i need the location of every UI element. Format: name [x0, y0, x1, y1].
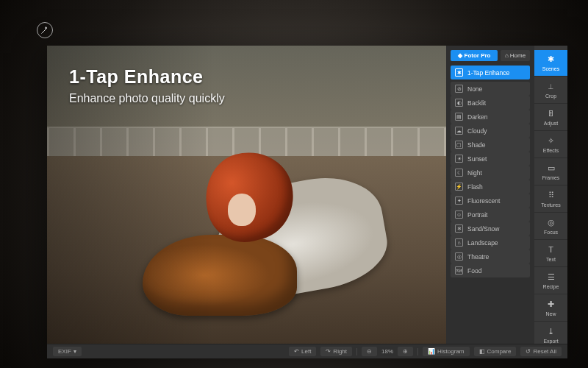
rail-focus-label: Focus [544, 230, 558, 235]
enhance-item-portrait[interactable]: ☺Portrait [451, 208, 530, 222]
rotate-left-button[interactable]: ↶ Left [289, 347, 316, 356]
enhance-item-label: Landscape [467, 239, 498, 247]
enhance-item-darken[interactable]: ▤Darken [451, 110, 530, 124]
rail-focus[interactable]: ◎Focus [534, 213, 567, 240]
compare-label: Compare [487, 348, 512, 355]
enhance-item-label: Shade [467, 141, 486, 149]
enhance-item-icon: ▤ [455, 113, 463, 121]
feature-subtitle: Enhance photo quality quickly [69, 92, 225, 105]
chevron-down-icon: ▾ [74, 348, 76, 355]
photo-canvas[interactable]: 1-Tap Enhance Enhance photo quality quic… [47, 46, 446, 344]
feature-title: 1-Tap Enhance [69, 66, 225, 88]
zoom-level: 18% [381, 348, 393, 355]
enhance-item-icon: ☁ [455, 127, 463, 135]
photo-subject-face [228, 194, 256, 226]
histogram-button[interactable]: 📊 Histogram [423, 347, 469, 356]
enhance-item-night[interactable]: ☾Night [451, 166, 530, 180]
rail-recipe[interactable]: ☰Recipe [534, 268, 567, 294]
fotor-pro-button[interactable]: ◆ Fotor Pro [451, 50, 498, 61]
enhance-item-flash[interactable]: ⚡Flash [451, 180, 530, 194]
enhance-item-label: None [467, 85, 482, 93]
rail-new[interactable]: ✚New [534, 295, 567, 322]
enhance-item-icon: ☀ [455, 155, 463, 163]
zoom-in-button[interactable]: ⊕ [398, 347, 413, 356]
enhance-item-theatre[interactable]: ◎Theatre [451, 250, 530, 263]
zoom-in-icon: ⊕ [403, 348, 408, 355]
enhance-item-label: Flash [467, 183, 483, 191]
enhance-item-none[interactable]: ⊘None [451, 82, 530, 96]
rail-export-label: Export [543, 339, 558, 344]
pro-label: Fotor Pro [465, 52, 491, 59]
compare-icon: ◧ [479, 348, 485, 355]
rail-new-label: New [545, 311, 556, 316]
home-button[interactable]: ⌂ Home [501, 50, 530, 61]
rail-scenes[interactable]: ✱Scenes [534, 50, 567, 77]
rail-textures-icon: ⠿ [546, 190, 556, 200]
enhance-item-icon: ⚡ [455, 183, 463, 191]
reset-label: Reset All [533, 348, 556, 355]
rail-text-label: Text [546, 257, 556, 262]
enhance-item-label: Backlit [467, 99, 486, 107]
app-body: 1-Tap Enhance Enhance photo quality quic… [47, 46, 567, 344]
enhance-item-icon: ❄ [455, 224, 463, 233]
rail-effects[interactable]: ✧Effects [534, 132, 567, 158]
zoom-out-button[interactable]: ⊖ [362, 347, 377, 356]
enhance-item-cloudy[interactable]: ☁Cloudy [451, 124, 530, 138]
enhance-item-icon: ⊘ [455, 85, 463, 93]
enhance-item-fluorescent[interactable]: ✦Fluorescent [451, 194, 530, 208]
rail-frames-icon: ▭ [546, 163, 556, 173]
rail-textures[interactable]: ⠿Textures [534, 186, 567, 213]
rotate-left-label: Left [301, 348, 311, 355]
rail-text[interactable]: TText [534, 241, 567, 267]
rail-focus-icon: ◎ [546, 217, 556, 227]
rail-text-icon: T [546, 244, 556, 255]
rail-crop-label: Crop [545, 93, 556, 99]
enhance-panel: ◆ Fotor Pro ⌂ Home ✱ 1-Tap Enhance ⊘None… [446, 46, 534, 344]
rail-effects-icon: ✧ [546, 135, 556, 146]
rail-adjust[interactable]: 🎚Adjust [534, 105, 567, 131]
enhance-item-label: Food [467, 267, 481, 275]
exif-button[interactable]: EXIF ▾ [53, 347, 82, 356]
status-bar: EXIF ▾ ↶ Left ↷ Right ⊖ 18% ⊕ 📊 Histogra… [47, 344, 567, 358]
diamond-icon: ◆ [458, 52, 462, 59]
enhance-item-food[interactable]: 🍽Food [451, 263, 530, 277]
rail-recipe-label: Recipe [543, 284, 559, 289]
rail-export[interactable]: ⤓Export [534, 322, 567, 344]
magic-wand-button[interactable] [37, 22, 53, 38]
histogram-icon: 📊 [428, 348, 435, 355]
enhance-item-shade[interactable]: ▢Shade [451, 138, 530, 152]
enhance-item-sunset[interactable]: ☀Sunset [451, 152, 530, 166]
rail-scenes-icon: ✱ [546, 54, 556, 64]
rail-recipe-icon: ☰ [546, 272, 556, 282]
enhance-item-label: Fluorescent [467, 197, 500, 205]
enhance-item-landscape[interactable]: ⌂Landscape [451, 236, 530, 250]
home-icon: ⌂ [505, 52, 509, 59]
rail-crop[interactable]: ⟂Crop [534, 77, 567, 104]
enhance-item-label: Portrait [467, 211, 487, 219]
enhance-item-backlit[interactable]: ◐Backlit [451, 96, 530, 110]
exif-label: EXIF [58, 348, 71, 355]
enhance-item-icon: ▢ [455, 141, 463, 149]
feature-overlay: 1-Tap Enhance Enhance photo quality quic… [69, 66, 225, 105]
rail-adjust-label: Adjust [544, 121, 558, 126]
zoom-out-icon: ⊖ [367, 348, 372, 355]
rail-frames-label: Frames [542, 175, 560, 180]
enhance-item-icon: ◎ [455, 252, 463, 261]
rail-crop-icon: ⟂ [546, 81, 556, 91]
reset-button[interactable]: ↺ Reset All [520, 347, 562, 356]
enhance-item-icon: 🍽 [455, 266, 463, 275]
enhance-item-icon: ✦ [455, 197, 463, 205]
header-row: ◆ Fotor Pro ⌂ Home [451, 50, 530, 61]
enhance-item-label: Theatre [467, 253, 489, 261]
rotate-left-icon: ↶ [294, 348, 299, 355]
rail-adjust-icon: 🎚 [546, 108, 556, 118]
compare-button[interactable]: ◧ Compare [474, 347, 517, 356]
rotate-right-button[interactable]: ↷ Right [320, 347, 352, 356]
enhance-header[interactable]: ✱ 1-Tap Enhance [451, 66, 530, 79]
rail-frames[interactable]: ▭Frames [534, 159, 567, 185]
enhance-item-label: Sunset [467, 155, 487, 163]
tool-rail: ✱Scenes⟂Crop🎚Adjust✧Effects▭Frames⠿Textu… [534, 46, 567, 344]
enhance-header-icon: ✱ [455, 68, 463, 77]
enhance-item-icon: ⌂ [455, 238, 463, 247]
enhance-item-sand-snow[interactable]: ❄Sand/Snow [451, 222, 530, 236]
